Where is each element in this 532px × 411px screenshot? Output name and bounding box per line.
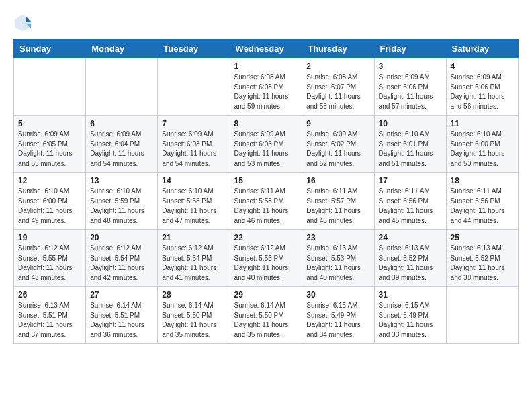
calendar-cell: 30Sunrise: 6:15 AM Sunset: 5:49 PM Dayli… xyxy=(302,287,374,344)
calendar-cell: 10Sunrise: 6:10 AM Sunset: 6:01 PM Dayli… xyxy=(374,116,446,173)
day-number: 2 xyxy=(306,62,369,71)
calendar-cell: 28Sunrise: 6:14 AM Sunset: 5:50 PM Dayli… xyxy=(158,287,230,344)
calendar-cell: 23Sunrise: 6:13 AM Sunset: 5:53 PM Dayli… xyxy=(302,230,374,287)
day-info: Sunrise: 6:13 AM Sunset: 5:52 PM Dayligh… xyxy=(451,244,514,283)
day-number: 12 xyxy=(18,176,81,185)
day-info: Sunrise: 6:08 AM Sunset: 6:07 PM Dayligh… xyxy=(306,73,369,111)
day-info: Sunrise: 6:10 AM Sunset: 6:00 PM Dayligh… xyxy=(451,130,514,169)
calendar-week-row: 12Sunrise: 6:10 AM Sunset: 6:00 PM Dayli… xyxy=(14,173,519,230)
day-info: Sunrise: 6:10 AM Sunset: 5:59 PM Dayligh… xyxy=(90,187,153,226)
calendar-week-row: 5Sunrise: 6:09 AM Sunset: 6:05 PM Daylig… xyxy=(14,116,519,173)
calendar-cell: 26Sunrise: 6:13 AM Sunset: 5:51 PM Dayli… xyxy=(14,287,86,344)
calendar-cell: 25Sunrise: 6:13 AM Sunset: 5:52 PM Dayli… xyxy=(446,230,518,287)
calendar-cell: 29Sunrise: 6:14 AM Sunset: 5:50 PM Dayli… xyxy=(230,287,302,344)
calendar-cell: 24Sunrise: 6:13 AM Sunset: 5:52 PM Dayli… xyxy=(374,230,446,287)
calendar-cell: 12Sunrise: 6:10 AM Sunset: 6:00 PM Dayli… xyxy=(14,173,86,230)
calendar-header-row: SundayMondayTuesdayWednesdayThursdayFrid… xyxy=(14,40,519,58)
calendar-table: SundayMondayTuesdayWednesdayThursdayFrid… xyxy=(13,39,519,344)
day-number: 25 xyxy=(451,233,514,242)
svg-marker-0 xyxy=(15,15,31,31)
day-info: Sunrise: 6:14 AM Sunset: 5:51 PM Dayligh… xyxy=(90,301,153,340)
day-of-week-header: Tuesday xyxy=(158,40,230,58)
day-number: 13 xyxy=(90,176,153,185)
day-info: Sunrise: 6:12 AM Sunset: 5:53 PM Dayligh… xyxy=(234,244,298,283)
day-number: 21 xyxy=(162,233,225,242)
calendar-cell: 9Sunrise: 6:09 AM Sunset: 6:02 PM Daylig… xyxy=(302,116,374,173)
calendar-week-row: 19Sunrise: 6:12 AM Sunset: 5:55 PM Dayli… xyxy=(14,230,519,287)
calendar-cell: 1Sunrise: 6:08 AM Sunset: 6:08 PM Daylig… xyxy=(230,58,302,116)
calendar-cell xyxy=(14,58,86,116)
day-info: Sunrise: 6:09 AM Sunset: 6:06 PM Dayligh… xyxy=(451,73,514,111)
day-number: 4 xyxy=(451,62,514,71)
calendar-cell: 17Sunrise: 6:11 AM Sunset: 5:56 PM Dayli… xyxy=(374,173,446,230)
logo xyxy=(13,13,35,32)
calendar-cell: 20Sunrise: 6:12 AM Sunset: 5:54 PM Dayli… xyxy=(86,230,158,287)
calendar-cell: 3Sunrise: 6:09 AM Sunset: 6:06 PM Daylig… xyxy=(374,58,446,116)
day-number: 29 xyxy=(234,290,298,300)
day-number: 7 xyxy=(162,119,225,128)
calendar-cell: 22Sunrise: 6:12 AM Sunset: 5:53 PM Dayli… xyxy=(230,230,302,287)
day-number: 9 xyxy=(306,119,369,128)
day-number: 22 xyxy=(234,233,298,242)
calendar-cell: 11Sunrise: 6:10 AM Sunset: 6:00 PM Dayli… xyxy=(446,116,518,173)
day-number: 10 xyxy=(379,119,442,128)
day-info: Sunrise: 6:10 AM Sunset: 5:58 PM Dayligh… xyxy=(162,187,225,226)
calendar-cell: 7Sunrise: 6:09 AM Sunset: 6:03 PM Daylig… xyxy=(158,116,230,173)
calendar-cell xyxy=(158,58,230,116)
day-info: Sunrise: 6:11 AM Sunset: 5:56 PM Dayligh… xyxy=(451,187,514,226)
day-number: 20 xyxy=(90,233,153,242)
day-number: 15 xyxy=(234,176,298,185)
day-info: Sunrise: 6:14 AM Sunset: 5:50 PM Dayligh… xyxy=(162,301,225,340)
day-info: Sunrise: 6:10 AM Sunset: 6:00 PM Dayligh… xyxy=(18,187,81,226)
day-number: 30 xyxy=(306,290,369,300)
logo-icon xyxy=(13,13,32,32)
calendar-cell: 21Sunrise: 6:12 AM Sunset: 5:54 PM Dayli… xyxy=(158,230,230,287)
day-info: Sunrise: 6:15 AM Sunset: 5:49 PM Dayligh… xyxy=(379,301,442,340)
day-info: Sunrise: 6:09 AM Sunset: 6:04 PM Dayligh… xyxy=(90,130,153,169)
day-number: 6 xyxy=(90,119,153,128)
calendar-cell: 5Sunrise: 6:09 AM Sunset: 6:05 PM Daylig… xyxy=(14,116,86,173)
page-header xyxy=(13,13,519,32)
day-of-week-header: Sunday xyxy=(14,40,86,58)
day-number: 3 xyxy=(379,62,442,71)
day-info: Sunrise: 6:15 AM Sunset: 5:49 PM Dayligh… xyxy=(306,301,369,340)
calendar-week-row: 26Sunrise: 6:13 AM Sunset: 5:51 PM Dayli… xyxy=(14,287,519,344)
day-number: 19 xyxy=(18,233,81,242)
day-info: Sunrise: 6:14 AM Sunset: 5:50 PM Dayligh… xyxy=(234,301,298,340)
day-number: 16 xyxy=(306,176,369,185)
calendar-cell: 31Sunrise: 6:15 AM Sunset: 5:49 PM Dayli… xyxy=(374,287,446,344)
day-info: Sunrise: 6:11 AM Sunset: 5:56 PM Dayligh… xyxy=(379,187,442,226)
calendar-cell: 4Sunrise: 6:09 AM Sunset: 6:06 PM Daylig… xyxy=(446,58,518,116)
day-info: Sunrise: 6:13 AM Sunset: 5:51 PM Dayligh… xyxy=(18,301,81,340)
calendar-cell: 15Sunrise: 6:11 AM Sunset: 5:58 PM Dayli… xyxy=(230,173,302,230)
day-of-week-header: Monday xyxy=(86,40,158,58)
day-number: 8 xyxy=(234,119,298,128)
calendar-cell: 13Sunrise: 6:10 AM Sunset: 5:59 PM Dayli… xyxy=(86,173,158,230)
day-info: Sunrise: 6:13 AM Sunset: 5:53 PM Dayligh… xyxy=(306,244,369,283)
day-info: Sunrise: 6:09 AM Sunset: 6:03 PM Dayligh… xyxy=(162,130,225,169)
day-of-week-header: Wednesday xyxy=(230,40,302,58)
day-info: Sunrise: 6:09 AM Sunset: 6:02 PM Dayligh… xyxy=(306,130,369,169)
day-info: Sunrise: 6:09 AM Sunset: 6:05 PM Dayligh… xyxy=(18,130,81,169)
calendar-cell: 18Sunrise: 6:11 AM Sunset: 5:56 PM Dayli… xyxy=(446,173,518,230)
day-info: Sunrise: 6:12 AM Sunset: 5:55 PM Dayligh… xyxy=(18,244,81,283)
day-of-week-header: Thursday xyxy=(302,40,374,58)
day-number: 23 xyxy=(306,233,369,242)
calendar-cell xyxy=(86,58,158,116)
calendar-week-row: 1Sunrise: 6:08 AM Sunset: 6:08 PM Daylig… xyxy=(14,58,519,116)
calendar-cell: 27Sunrise: 6:14 AM Sunset: 5:51 PM Dayli… xyxy=(86,287,158,344)
calendar-cell: 19Sunrise: 6:12 AM Sunset: 5:55 PM Dayli… xyxy=(14,230,86,287)
day-info: Sunrise: 6:11 AM Sunset: 5:58 PM Dayligh… xyxy=(234,187,298,226)
calendar-cell: 14Sunrise: 6:10 AM Sunset: 5:58 PM Dayli… xyxy=(158,173,230,230)
day-of-week-header: Friday xyxy=(374,40,446,58)
day-number: 17 xyxy=(379,176,442,185)
day-number: 11 xyxy=(451,119,514,128)
day-info: Sunrise: 6:13 AM Sunset: 5:52 PM Dayligh… xyxy=(379,244,442,283)
calendar-cell xyxy=(446,287,518,344)
day-number: 24 xyxy=(379,233,442,242)
day-info: Sunrise: 6:11 AM Sunset: 5:57 PM Dayligh… xyxy=(306,187,369,226)
calendar-cell: 16Sunrise: 6:11 AM Sunset: 5:57 PM Dayli… xyxy=(302,173,374,230)
day-number: 31 xyxy=(379,290,442,300)
calendar-cell: 2Sunrise: 6:08 AM Sunset: 6:07 PM Daylig… xyxy=(302,58,374,116)
day-info: Sunrise: 6:08 AM Sunset: 6:08 PM Dayligh… xyxy=(234,73,298,111)
